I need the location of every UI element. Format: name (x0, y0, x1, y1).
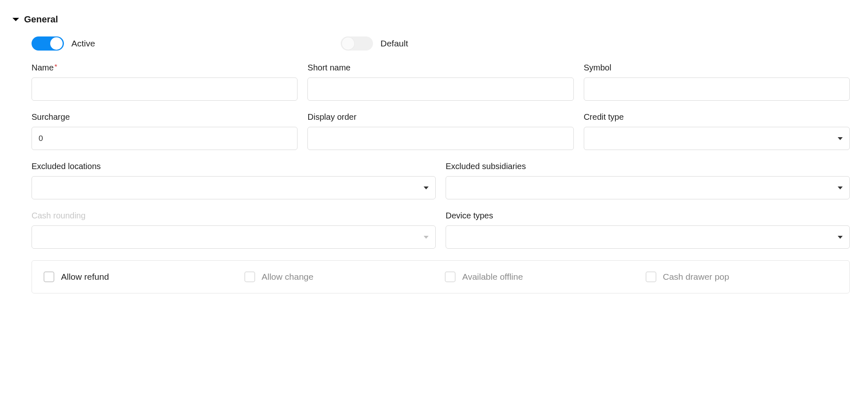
cash-drawer-pop-label: Cash drawer pop (663, 272, 729, 282)
field-surcharge: Surcharge (32, 112, 297, 150)
short-name-input[interactable] (307, 77, 573, 101)
active-toggle-label: Active (71, 39, 95, 48)
row-rounding-device: Cash rounding Device types (32, 211, 850, 249)
label-excluded-locations: Excluded locations (32, 162, 436, 171)
default-toggle-wrap: Default (341, 36, 408, 51)
checkbox-item-allow-change: Allow change (244, 271, 437, 282)
chevron-down-icon (838, 236, 843, 239)
allow-refund-checkbox[interactable] (44, 271, 54, 282)
required-asterisk: * (54, 63, 57, 71)
field-symbol: Symbol (584, 63, 850, 101)
field-excluded-locations: Excluded locations (32, 162, 436, 199)
cash-rounding-select (32, 225, 436, 249)
label-cash-rounding: Cash rounding (32, 211, 436, 220)
allow-change-checkbox (244, 271, 255, 282)
section-title: General (24, 14, 58, 25)
row-surcharge: Surcharge Display order Credit type (32, 112, 850, 150)
cash-drawer-pop-checkbox (646, 271, 656, 282)
allow-refund-label: Allow refund (61, 272, 109, 282)
active-toggle[interactable] (32, 36, 64, 51)
field-cash-rounding: Cash rounding (32, 211, 436, 249)
default-toggle-label: Default (380, 39, 408, 48)
row-name: Name* Short name Symbol (32, 63, 850, 101)
field-name: Name* (32, 63, 297, 101)
allow-change-label: Allow change (262, 272, 314, 282)
credit-type-select[interactable] (584, 127, 850, 150)
available-offline-label: Available offline (462, 272, 523, 282)
chevron-down-icon (424, 236, 429, 239)
toggle-knob (50, 37, 63, 50)
surcharge-input[interactable] (32, 127, 297, 150)
field-device-types: Device types (446, 211, 850, 249)
toggles-row: Active Default (32, 36, 850, 51)
section-body: Active Default Name* Short name Symbol S… (12, 36, 856, 293)
label-display-order: Display order (307, 112, 573, 122)
excluded-subsidiaries-select[interactable] (446, 176, 850, 199)
checkbox-item-available-offline: Available offline (445, 271, 637, 282)
checkbox-item-cash-drawer-pop: Cash drawer pop (646, 271, 838, 282)
chevron-down-icon (838, 186, 843, 189)
default-toggle[interactable] (341, 36, 373, 51)
name-input[interactable] (32, 77, 297, 101)
excluded-locations-select[interactable] (32, 176, 436, 199)
section-header-general[interactable]: General (12, 14, 856, 25)
label-short-name: Short name (307, 63, 573, 73)
device-types-select[interactable] (446, 225, 850, 249)
checkbox-panel: Allow refund Allow change Available offl… (32, 260, 850, 293)
field-display-order: Display order (307, 112, 573, 150)
active-toggle-wrap: Active (32, 36, 341, 51)
available-offline-checkbox (445, 271, 456, 282)
display-order-input[interactable] (307, 127, 573, 150)
checkbox-item-allow-refund: Allow refund (44, 271, 236, 282)
label-surcharge: Surcharge (32, 112, 297, 122)
label-credit-type: Credit type (584, 112, 850, 122)
label-excluded-subsidiaries: Excluded subsidiaries (446, 162, 850, 171)
field-excluded-subsidiaries: Excluded subsidiaries (446, 162, 850, 199)
symbol-input[interactable] (584, 77, 850, 101)
toggle-knob (342, 37, 354, 50)
chevron-down-icon (424, 186, 429, 189)
caret-down-icon (12, 18, 19, 21)
chevron-down-icon (838, 137, 843, 140)
row-excluded: Excluded locations Excluded subsidiaries (32, 162, 850, 199)
field-credit-type: Credit type (584, 112, 850, 150)
label-symbol: Symbol (584, 63, 850, 73)
field-short-name: Short name (307, 63, 573, 101)
label-name: Name* (32, 63, 297, 73)
label-device-types: Device types (446, 211, 850, 220)
